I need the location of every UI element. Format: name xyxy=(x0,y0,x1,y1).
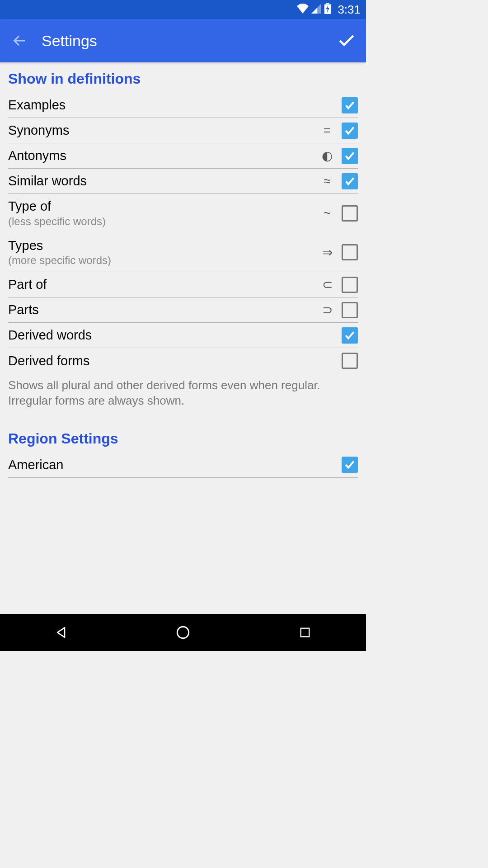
setting-row[interactable]: Similar words≈ xyxy=(8,169,358,194)
setting-row[interactable]: Antonyms◐ xyxy=(8,143,358,169)
setting-text: Antonyms xyxy=(8,145,319,166)
checkbox[interactable] xyxy=(342,277,358,293)
setting-text: Types(more specific words) xyxy=(8,235,319,270)
checkbox[interactable] xyxy=(342,97,358,113)
setting-label: Antonyms xyxy=(8,148,319,164)
setting-label: Similar words xyxy=(8,173,319,189)
setting-row[interactable]: Examples xyxy=(8,93,358,118)
signal-icon xyxy=(311,4,321,15)
svg-rect-1 xyxy=(326,3,329,4)
setting-row[interactable]: Types(more specific words)⇒ xyxy=(8,233,358,273)
setting-label: Part of xyxy=(8,277,319,292)
setting-text: Derived forms xyxy=(8,350,342,372)
setting-text: Part of xyxy=(8,274,319,295)
checkbox[interactable] xyxy=(342,205,358,222)
setting-text: Similar words xyxy=(8,170,319,192)
checkbox[interactable] xyxy=(342,148,358,164)
setting-row[interactable]: Part of⊂ xyxy=(8,272,358,297)
svg-rect-3 xyxy=(301,628,310,637)
content-area: Show in definitionsExamplesSynonyms=Anto… xyxy=(0,62,366,614)
nav-recent-button[interactable] xyxy=(294,621,316,644)
checkbox[interactable] xyxy=(342,173,358,189)
svg-point-2 xyxy=(177,627,189,638)
setting-text: Parts xyxy=(8,299,319,321)
setting-text: Derived words xyxy=(8,325,342,346)
app-bar: Settings xyxy=(0,19,366,62)
setting-row[interactable]: Derived words xyxy=(8,323,358,348)
app-bar-title: Settings xyxy=(42,32,335,50)
setting-label: Type of xyxy=(8,198,319,214)
setting-row[interactable]: Synonyms= xyxy=(8,118,358,143)
section-header: Region Settings xyxy=(8,422,358,453)
setting-row[interactable]: American xyxy=(8,453,358,478)
setting-text: American xyxy=(8,454,342,476)
setting-symbol-icon: ⊃ xyxy=(319,302,335,317)
confirm-button[interactable] xyxy=(335,29,358,52)
setting-symbol-icon: ⇒ xyxy=(319,245,335,260)
checkbox[interactable] xyxy=(342,327,358,344)
setting-label: Synonyms xyxy=(8,123,319,138)
setting-text: Type of(less specific words) xyxy=(8,196,319,231)
system-nav-bar xyxy=(0,614,366,651)
setting-label: Derived forms xyxy=(8,353,342,369)
setting-sublabel: (less specific words) xyxy=(8,215,319,228)
setting-label: Examples xyxy=(8,97,342,113)
nav-back-button[interactable] xyxy=(50,621,72,644)
checkbox[interactable] xyxy=(342,353,358,369)
checkbox[interactable] xyxy=(342,457,358,473)
status-time: 3:31 xyxy=(338,3,361,17)
setting-sublabel: (more specific words) xyxy=(8,254,319,267)
checkbox[interactable] xyxy=(342,123,358,139)
checkbox[interactable] xyxy=(342,302,358,318)
setting-row[interactable]: Derived forms xyxy=(8,348,358,373)
setting-symbol-icon: ~ xyxy=(319,206,335,221)
setting-symbol-icon: ≈ xyxy=(319,174,335,189)
back-button[interactable] xyxy=(8,29,31,52)
setting-label: Derived words xyxy=(8,327,342,343)
setting-symbol-icon: ⊂ xyxy=(319,277,335,292)
setting-text: Examples xyxy=(8,94,342,116)
setting-label: Parts xyxy=(8,302,319,318)
battery-charging-icon xyxy=(324,3,331,16)
checkbox[interactable] xyxy=(342,244,358,260)
setting-text: Synonyms xyxy=(8,120,319,141)
setting-row[interactable]: Parts⊃ xyxy=(8,297,358,323)
system-status-bar: 3:31 xyxy=(0,0,366,19)
helper-text: Shows all plural and other derived forms… xyxy=(8,373,358,422)
section-header: Show in definitions xyxy=(8,62,358,93)
setting-label: American xyxy=(8,457,342,473)
wifi-icon xyxy=(297,4,309,15)
setting-symbol-icon: ◐ xyxy=(319,148,335,163)
setting-label: Types xyxy=(8,238,319,254)
setting-row[interactable]: Type of(less specific words)~ xyxy=(8,194,358,233)
nav-home-button[interactable] xyxy=(172,621,194,644)
setting-symbol-icon: = xyxy=(319,123,335,138)
